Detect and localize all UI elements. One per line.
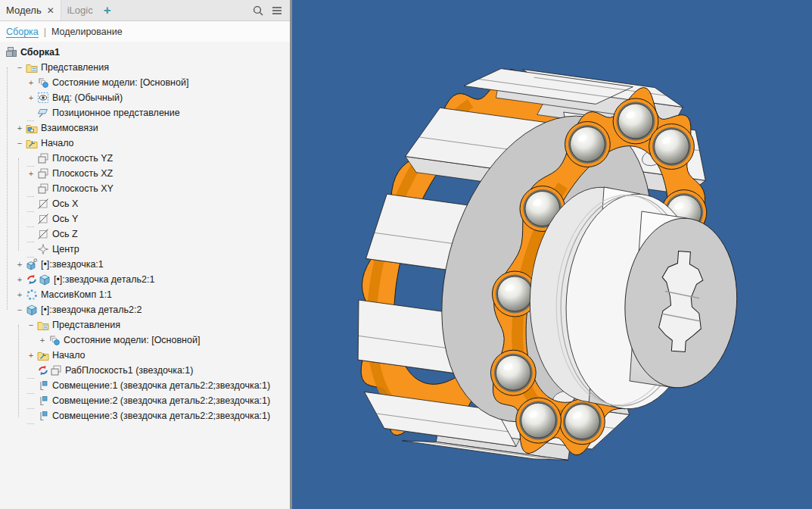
model-tree: Сборка1−Представления+Состояние модели: … (0, 42, 290, 509)
assembly-link[interactable]: Сборка (6, 27, 39, 37)
tree-row[interactable]: +[•]:звездочка:1 (0, 257, 290, 272)
plane-icon (36, 183, 49, 195)
tree-row[interactable]: +Вид: (Обычный) (0, 90, 290, 105)
tree-row-label: Начало (52, 350, 86, 361)
modeling-link[interactable]: Моделирование (51, 27, 123, 37)
adaptive-arrows-icon (25, 273, 38, 286)
tree-row[interactable]: Плоскость XY (0, 181, 290, 196)
expander-plus-icon[interactable]: + (14, 257, 25, 272)
assembly-icon (5, 46, 17, 58)
menu-icon[interactable] (271, 5, 283, 17)
tree-row-label: Состояние модели: [Основной] (64, 335, 200, 345)
tree-row-label: Позиционное представление (52, 108, 180, 118)
search-icon[interactable] (252, 5, 264, 17)
folder-origin-icon (36, 349, 49, 361)
tree-row-label: МассивКомп 1:1 (41, 289, 112, 300)
3d-viewport[interactable] (292, 0, 812, 509)
folder-representations-icon (25, 61, 38, 73)
tab-ilogic[interactable]: iLogic (61, 0, 99, 20)
tree-row[interactable]: −Представления (0, 60, 290, 75)
expander-plus-icon[interactable]: + (14, 272, 25, 287)
tree-row[interactable]: +Состояние модели: [Основной] (0, 75, 290, 90)
tree-row[interactable]: +Взаимосвязи (0, 120, 290, 136)
expander-plus-icon[interactable]: + (37, 333, 48, 348)
tree-guide-line (18, 158, 19, 251)
tree-row-label: [•]:звездочка деталь2:2 (41, 304, 142, 315)
tree-row-label: Представления (41, 62, 109, 73)
model-state-icon (36, 77, 49, 89)
part-pinned-icon (25, 258, 38, 270)
tree-row-label: Начало (41, 138, 74, 148)
axis-icon (36, 198, 49, 210)
tree-row-label: [•]:звездочка деталь2:1 (54, 274, 154, 285)
tree-row[interactable]: +МассивКомп 1:1 (0, 287, 290, 302)
axis-icon (36, 228, 49, 240)
mate-icon (36, 395, 49, 407)
browser-tab-bar: Модель ✕ iLogic + (0, 0, 290, 21)
tree-row[interactable]: −[•]:звездочка деталь2:2 (0, 302, 290, 317)
tree-row[interactable]: +Начало (0, 348, 290, 363)
tree-row[interactable]: Ось Z (0, 226, 290, 242)
tree-row[interactable]: −Представления (0, 317, 290, 333)
tree-row[interactable]: +Состояние модели: [Основной] (0, 333, 290, 348)
tree-row[interactable]: Сборка1 (0, 45, 290, 60)
expander-minus-icon[interactable]: − (14, 60, 25, 75)
expander-plus-icon[interactable]: + (26, 166, 36, 181)
add-tab-button[interactable]: + (99, 1, 116, 20)
tree-row-label: Совмещение:3 (звездочка деталь2:2;звездо… (52, 411, 270, 421)
tree-row-label: Сборка1 (20, 47, 60, 58)
tab-model-label: Модель (6, 5, 42, 16)
positional-representation-icon (36, 107, 49, 119)
tree-row[interactable]: Совмещение:2 (звездочка деталь2:2;звездо… (0, 393, 290, 408)
expander-plus-icon[interactable]: + (26, 75, 36, 90)
part-cube-icon (38, 273, 51, 286)
toolbar-separator: | (44, 27, 46, 37)
expander-plus-icon[interactable]: + (26, 90, 36, 105)
tree-row[interactable]: −Начало (0, 136, 290, 151)
part-cube-icon (25, 304, 38, 316)
axis-icon (36, 213, 49, 225)
tree-row-label: Ось Y (52, 214, 78, 224)
expander-plus-icon[interactable]: + (14, 120, 25, 136)
tab-model[interactable]: Модель ✕ (0, 0, 61, 20)
tree-row[interactable]: Позиционное представление (0, 105, 290, 120)
tree-row[interactable]: +[•]:звездочка деталь2:1 (0, 272, 290, 287)
tree-row-label: Плоскость YZ (52, 153, 113, 164)
plane-icon (36, 167, 49, 180)
tree-row[interactable]: Ось X (0, 196, 290, 211)
tree-row-label: Ось X (52, 198, 78, 209)
tree-row[interactable]: +Плоскость XZ (0, 166, 290, 181)
tree-row-label: Взаимосвязи (41, 123, 98, 133)
expander-minus-icon[interactable]: − (26, 317, 36, 333)
expander-minus-icon[interactable]: − (14, 302, 25, 317)
adaptive-arrows-icon (36, 364, 49, 376)
3d-scene-canvas[interactable] (292, 0, 812, 509)
tree-row[interactable]: Плоскость YZ (0, 151, 290, 166)
plane-icon (49, 364, 62, 376)
tree-row-label: РабПлоскость1 (звездочка:1) (65, 365, 193, 376)
inventor-window: Модель ✕ iLogic + Сборка | Моделирование… (0, 0, 812, 509)
view-eye-icon (36, 92, 49, 104)
tree-row[interactable]: Совмещение:3 (звездочка деталь2:2;звездо… (0, 408, 290, 423)
tree-row-label: Ось Z (52, 229, 78, 239)
tree-row[interactable]: Центр (0, 242, 290, 257)
model-state-icon (48, 334, 61, 346)
mate-icon (36, 410, 49, 422)
folder-representations-icon (36, 319, 49, 331)
expander-minus-icon[interactable]: − (14, 136, 25, 151)
tree-guide-line (18, 325, 19, 417)
tree-row[interactable]: Ось Y (0, 211, 290, 226)
close-icon[interactable]: ✕ (47, 5, 54, 16)
tree-row-label: Совмещение:1 (звездочка деталь2:2;звездо… (52, 380, 270, 391)
tree-guide-line (7, 67, 8, 310)
expander-plus-icon[interactable]: + (26, 348, 36, 363)
tree-row[interactable]: Совмещение:1 (звездочка деталь2:2;звездо… (0, 378, 290, 393)
center-point-icon (36, 243, 49, 255)
tree-row-label: Состояние модели: [Основной] (52, 77, 188, 88)
environment-toolbar: Сборка | Моделирование (0, 21, 290, 42)
folder-origin-icon (25, 137, 38, 149)
tree-row-label: Центр (52, 244, 79, 254)
tree-row-label: [•]:звездочка:1 (41, 259, 104, 270)
expander-plus-icon[interactable]: + (14, 287, 25, 302)
tree-row[interactable]: РабПлоскость1 (звездочка:1) (0, 363, 290, 378)
